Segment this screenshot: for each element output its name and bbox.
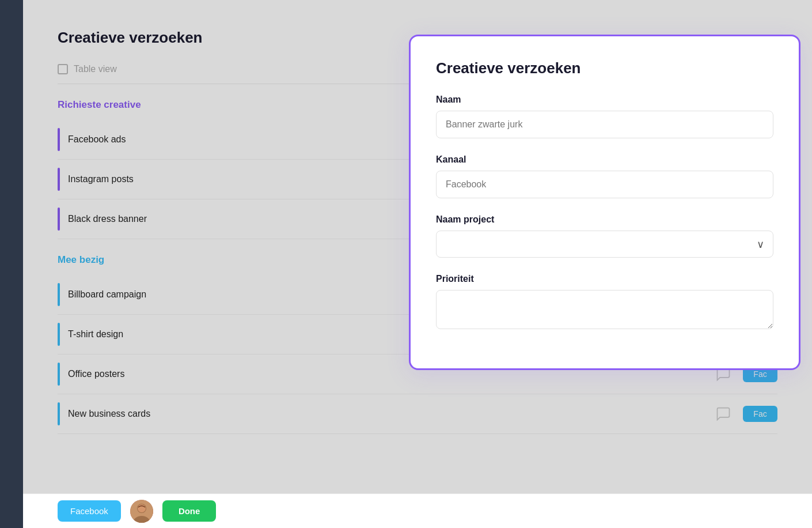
form-group-project: Naam project ∨ bbox=[436, 214, 773, 258]
form-label-project: Naam project bbox=[436, 214, 773, 225]
done-button[interactable]: Done bbox=[162, 500, 217, 522]
naam-input[interactable] bbox=[436, 111, 773, 138]
avatar-image bbox=[130, 500, 153, 523]
facebook-button[interactable]: Facebook bbox=[58, 500, 121, 522]
form-group-prioriteit: Prioriteit bbox=[436, 274, 773, 331]
modal: Creatieve verzoeken Naam Kanaal Naam pro… bbox=[409, 35, 800, 370]
sidebar bbox=[0, 0, 23, 528]
prioriteit-textarea[interactable] bbox=[436, 290, 773, 329]
form-label-kanaal: Kanaal bbox=[436, 154, 773, 165]
main-content: Creatieve verzoeken Table view Richieste… bbox=[23, 0, 812, 528]
select-wrapper: ∨ bbox=[436, 231, 773, 258]
form-label-prioriteit: Prioriteit bbox=[436, 274, 773, 284]
form-group-kanaal: Kanaal bbox=[436, 154, 773, 198]
project-select[interactable] bbox=[436, 231, 773, 258]
bottom-bar: Facebook Done bbox=[23, 493, 812, 528]
modal-title: Creatieve verzoeken bbox=[436, 59, 773, 77]
modal-overlay: Creatieve verzoeken Naam Kanaal Naam pro… bbox=[23, 0, 812, 528]
avatar bbox=[130, 500, 153, 523]
form-group-naam: Naam bbox=[436, 95, 773, 138]
form-label-naam: Naam bbox=[436, 95, 773, 105]
kanaal-input[interactable] bbox=[436, 171, 773, 198]
